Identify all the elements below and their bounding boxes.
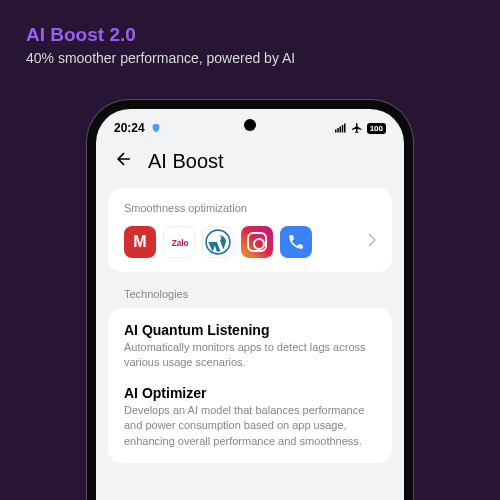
promo-header: AI Boost 2.0 40% smoother performance, p…: [0, 0, 500, 78]
svg-rect-2: [339, 127, 341, 133]
airplane-icon: [351, 122, 363, 134]
app-icon-momo: M: [124, 226, 156, 258]
technologies-card: AI Quantum Listening Automatically monit…: [108, 308, 392, 463]
smoothness-card[interactable]: Smoothness optimization M Zalo: [108, 188, 392, 272]
status-left: 20:24: [114, 121, 161, 135]
app-icon-instagram: [241, 226, 273, 258]
svg-rect-1: [337, 128, 339, 133]
tech-title: AI Optimizer: [124, 385, 376, 401]
promo-title: AI Boost 2.0: [26, 24, 474, 46]
camera-notch: [244, 119, 256, 131]
tech-item-optimizer[interactable]: AI Optimizer Develops an AI model that b…: [124, 385, 376, 449]
phone-screen: 20:24 100 AI Boost Smoothne: [96, 109, 404, 500]
promo-subtitle: 40% smoother performance, powered by AI: [26, 50, 474, 66]
svg-text:Zalo: Zalo: [172, 239, 189, 248]
back-button[interactable]: [114, 149, 134, 174]
svg-rect-3: [341, 125, 343, 133]
app-icon-phone: [280, 226, 312, 258]
app-row: M Zalo: [124, 226, 376, 258]
battery-indicator: 100: [367, 123, 386, 134]
phone-frame: 20:24 100 AI Boost Smoothne: [87, 100, 413, 500]
tech-item-quantum[interactable]: AI Quantum Listening Automatically monit…: [124, 322, 376, 371]
shield-icon: [151, 123, 161, 133]
svg-rect-4: [344, 124, 346, 133]
app-icon-wordpress: [202, 226, 234, 258]
smoothness-label: Smoothness optimization: [124, 202, 376, 214]
signal-icon: [335, 123, 347, 133]
svg-rect-0: [335, 130, 337, 133]
status-time: 20:24: [114, 121, 145, 135]
status-right: 100: [335, 122, 386, 134]
tech-desc: Develops an AI model that balances perfo…: [124, 403, 376, 449]
page-title: AI Boost: [148, 150, 224, 173]
technologies-label: Technologies: [96, 282, 404, 308]
page-header: AI Boost: [96, 139, 404, 188]
chevron-right-icon: [368, 233, 376, 251]
tech-desc: Automatically monitors apps to detect la…: [124, 340, 376, 371]
tech-title: AI Quantum Listening: [124, 322, 376, 338]
app-icon-zalo: Zalo: [163, 226, 195, 258]
